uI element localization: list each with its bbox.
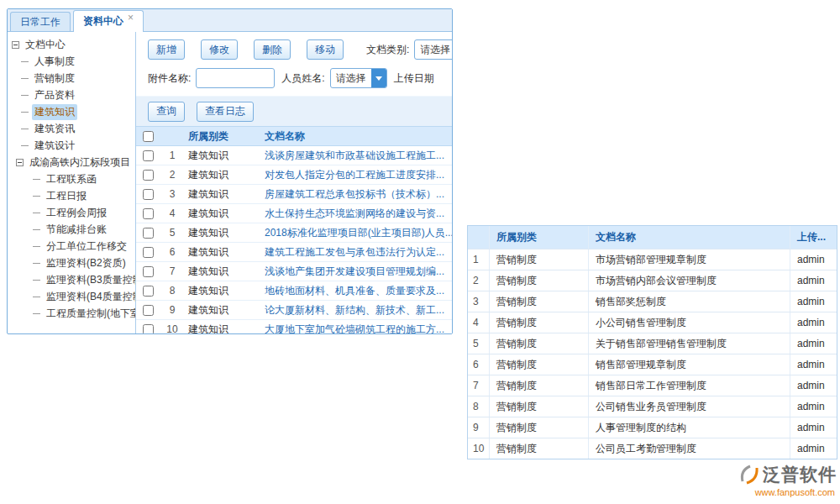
table-row[interactable]: 3 营销制度 销售部奖惩制度 admin bbox=[468, 291, 837, 312]
edit-button[interactable]: 修改 bbox=[201, 39, 238, 60]
tree-level1-group: 人事制度 营销制度 产品资料 建筑知识 bbox=[8, 53, 135, 154]
row-doc-name[interactable]: 关于销售部管理销售管理制度 bbox=[589, 333, 790, 354]
close-icon[interactable]: × bbox=[128, 13, 134, 23]
tab-daily-work[interactable]: 日常工作 bbox=[10, 12, 71, 31]
row-doc-name[interactable]: 销售部管理规章制度 bbox=[589, 354, 790, 375]
row-checkbox[interactable] bbox=[143, 170, 154, 181]
tree-item[interactable]: 监理资料(B2资质) bbox=[8, 255, 135, 271]
tree-item[interactable]: 营销制度 bbox=[8, 70, 135, 87]
row-doc-name[interactable]: 市场营销内部会议管理制度 bbox=[589, 270, 790, 291]
row-seq: 10 bbox=[468, 438, 490, 459]
table-row[interactable]: 10 建筑知识 大厦地下室加气砼墙砌筑工程的施工方... bbox=[136, 320, 452, 334]
table-row[interactable]: 9 营销制度 人事管理制度的结构 admin bbox=[468, 417, 837, 438]
table-row[interactable]: 7 建筑知识 浅谈地产集团开发建设项目管理规划编... bbox=[136, 262, 452, 281]
attachment-name-input[interactable] bbox=[196, 68, 275, 88]
row-checkbox[interactable] bbox=[143, 324, 154, 335]
collapse-icon[interactable] bbox=[12, 41, 19, 49]
row-doc-name[interactable]: 2018标准化监理项目部(业主项目部)人员... bbox=[265, 226, 452, 240]
table-row[interactable]: 9 建筑知识 论大厦新材料、新结构、新技术、新工... bbox=[136, 301, 452, 320]
table-row[interactable]: 1 营销制度 市场营销部管理规章制度 admin bbox=[468, 249, 837, 270]
tab-data-center[interactable]: 资料中心 × bbox=[73, 10, 144, 32]
table-row[interactable]: 6 营销制度 销售部管理规章制度 admin bbox=[468, 354, 837, 375]
table-row[interactable]: 1 建筑知识 浅谈房屋建筑和市政基础设施工程施工... bbox=[136, 146, 452, 165]
row-seq: 6 bbox=[468, 354, 490, 375]
row-doc-name[interactable]: 小公司销售管理制度 bbox=[589, 312, 790, 333]
row-checkbox[interactable] bbox=[143, 305, 154, 316]
table-row[interactable]: 2 建筑知识 对发包人指定分包的工程施工进度安排... bbox=[136, 165, 452, 185]
tree-branch-icon bbox=[21, 78, 29, 79]
tree-item[interactable]: 监理资料(B4质量控制) bbox=[8, 288, 135, 305]
row-seq: 10 bbox=[160, 323, 185, 334]
tree-item[interactable]: 节能减排台账 bbox=[8, 221, 135, 238]
row-doc-name[interactable]: 公司员工考勤管理制度 bbox=[589, 438, 790, 459]
select-all-checkbox[interactable] bbox=[143, 131, 154, 142]
row-checkbox[interactable] bbox=[143, 189, 154, 200]
tree-item[interactable]: 建筑资讯 bbox=[8, 120, 135, 137]
tree-root-document-center[interactable]: 文档中心 bbox=[8, 36, 135, 53]
overlay-table-body: 1 营销制度 市场营销部管理规章制度 admin 2 营销制度 市场营销内部会议… bbox=[468, 249, 837, 459]
row-checkbox[interactable] bbox=[143, 208, 154, 219]
table-row[interactable]: 8 建筑知识 地砖地面材料、机具准备、质量要求及... bbox=[136, 281, 452, 301]
tree-item[interactable]: 分工单位工作移交 bbox=[8, 238, 135, 255]
row-doc-name[interactable]: 水土保持生态环境监测网络的建设与资... bbox=[265, 207, 452, 221]
table-row[interactable]: 6 建筑知识 建筑工程施工发包与承包违法行为认定... bbox=[136, 243, 452, 262]
tree-item-label: 建筑资讯 bbox=[32, 121, 77, 137]
document-table-header: 所属别类 文档名称 bbox=[136, 126, 452, 146]
row-doc-name[interactable]: 公司销售业务员管理制度 bbox=[589, 396, 790, 417]
move-button[interactable]: 移动 bbox=[307, 39, 344, 60]
query-button[interactable]: 查询 bbox=[148, 102, 185, 122]
tree-item[interactable]: 建筑知识 bbox=[8, 103, 135, 120]
tree-item[interactable]: 监理资料(B3质量控制) bbox=[8, 271, 135, 288]
row-doc-name[interactable]: 地砖地面材料、机具准备、质量要求及... bbox=[265, 284, 452, 298]
row-category: 营销制度 bbox=[490, 249, 589, 270]
row-category: 营销制度 bbox=[490, 375, 589, 396]
row-category: 营销制度 bbox=[490, 396, 589, 417]
row-doc-name[interactable]: 大厦地下室加气砼墙砌筑工程的施工方... bbox=[265, 323, 452, 335]
table-row[interactable]: 3 建筑知识 房屋建筑工程总承包投标书（技术标）... bbox=[136, 185, 452, 204]
row-seq: 8 bbox=[468, 396, 490, 417]
tree-branch-icon bbox=[21, 129, 29, 129]
row-doc-name[interactable]: 销售部日常工作管理制度 bbox=[589, 375, 790, 396]
tree-item[interactable]: 建筑设计 bbox=[8, 137, 135, 154]
brand-url: www.fanpusoft.com bbox=[711, 487, 837, 497]
table-row[interactable]: 4 营销制度 小公司销售管理制度 admin bbox=[468, 312, 837, 333]
row-checkbox[interactable] bbox=[143, 286, 154, 297]
row-checkbox[interactable] bbox=[143, 266, 154, 277]
row-doc-name[interactable]: 对发包人指定分包的工程施工进度安排... bbox=[265, 168, 452, 182]
row-doc-name[interactable]: 浅谈房屋建筑和市政基础设施工程施工... bbox=[265, 149, 452, 163]
view-log-button[interactable]: 查看日志 bbox=[197, 102, 254, 122]
doc-category-select[interactable]: 请选择 bbox=[414, 39, 452, 60]
row-doc-name[interactable]: 人事管理制度的结构 bbox=[589, 417, 790, 438]
table-row[interactable]: 2 营销制度 市场营销内部会议管理制度 admin bbox=[468, 270, 837, 291]
row-checkbox[interactable] bbox=[143, 228, 154, 239]
fanpu-logo-icon bbox=[738, 464, 760, 486]
row-doc-name[interactable]: 销售部奖惩制度 bbox=[589, 291, 790, 312]
row-category: 营销制度 bbox=[490, 354, 589, 375]
row-doc-name[interactable]: 建筑工程施工发包与承包违法行为认定... bbox=[265, 245, 452, 260]
row-checkbox[interactable] bbox=[143, 150, 154, 161]
table-row[interactable]: 10 营销制度 公司员工考勤管理制度 admin bbox=[468, 438, 837, 459]
person-name-select[interactable]: 请选择 bbox=[330, 68, 387, 88]
row-doc-name[interactable]: 房屋建筑工程总承包投标书（技术标）... bbox=[265, 187, 452, 202]
add-button[interactable]: 新增 bbox=[148, 39, 185, 60]
table-row[interactable]: 7 营销制度 销售部日常工作管理制度 admin bbox=[468, 375, 837, 396]
row-doc-name[interactable]: 论大厦新材料、新结构、新技术、新工... bbox=[265, 303, 452, 318]
tree-item[interactable]: 工程联系函 bbox=[8, 171, 135, 187]
tree-item[interactable]: 工程质量控制(地下室) bbox=[8, 305, 135, 322]
tree-item[interactable]: 工程例会周报 bbox=[8, 204, 135, 221]
tab-label: 资料中心 bbox=[83, 14, 123, 29]
delete-button[interactable]: 删除 bbox=[254, 39, 291, 60]
row-doc-name[interactable]: 浅谈地产集团开发建设项目管理规划编... bbox=[265, 265, 452, 279]
row-doc-name[interactable]: 市场营销部管理规章制度 bbox=[589, 249, 790, 270]
table-row[interactable]: 5 营销制度 关于销售部管理销售管理制度 admin bbox=[468, 333, 837, 354]
row-checkbox[interactable] bbox=[143, 247, 154, 258]
table-row[interactable]: 8 营销制度 公司销售业务员管理制度 admin bbox=[468, 396, 837, 417]
row-category: 营销制度 bbox=[490, 291, 589, 312]
tree-item[interactable]: 工程日报 bbox=[8, 187, 135, 204]
tree-root-project[interactable]: 成渝高铁内江标段项目 bbox=[8, 154, 135, 171]
table-row[interactable]: 4 建筑知识 水土保持生态环境监测网络的建设与资... bbox=[136, 204, 452, 223]
tree-item[interactable]: 产品资料 bbox=[8, 87, 135, 103]
collapse-icon[interactable] bbox=[16, 159, 24, 166]
tree-item[interactable]: 人事制度 bbox=[8, 53, 135, 70]
table-row[interactable]: 5 建筑知识 2018标准化监理项目部(业主项目部)人员... bbox=[136, 223, 452, 243]
